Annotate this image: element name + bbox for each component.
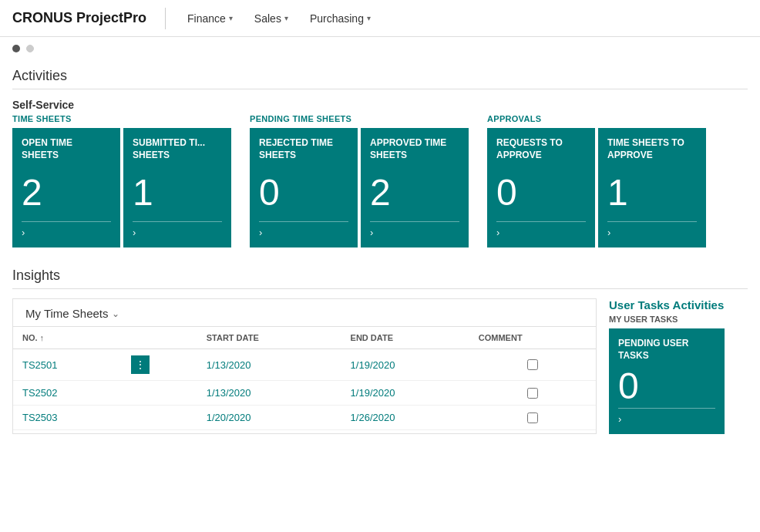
tile-rejected-time-sheets[interactable]: REJECTED TIME SHEETS 0 › (250, 128, 358, 247)
tile-ts-approve-title: TIME SHEETS TO APPROVE (607, 137, 697, 161)
time-sheets-tiles: OPEN TIME SHEETS 2 › SUBMITTED TI... SHE… (12, 128, 231, 247)
tile-open-time-sheets-title: OPEN TIME SHEETS (22, 137, 111, 161)
tile-approved-value: 2 (370, 174, 459, 211)
app-logo: CRONUS ProjectPro (12, 10, 146, 26)
table-row: TS2503 1/20/2020 1/26/2020 (13, 406, 596, 430)
tile-pending-user-tasks-value: 0 (618, 368, 715, 405)
nav-sales-label: Sales (254, 12, 281, 25)
tile-pending-user-tasks[interactable]: PENDING USER TASKS 0 › (609, 328, 725, 434)
group-time-sheets: TIME SHEETS OPEN TIME SHEETS 2 › SUBMITT… (12, 114, 231, 247)
col-no: NO. ↑ (13, 327, 122, 349)
activities-groups: TIME SHEETS OPEN TIME SHEETS 2 › SUBMITT… (12, 114, 748, 247)
tile-open-time-sheets[interactable]: OPEN TIME SHEETS 2 › (12, 128, 120, 247)
tile-pending-user-tasks-arrow: › (618, 408, 715, 425)
tile-requests-title: REQUESTS TO APPROVE (496, 137, 586, 161)
tile-ts-approve-arrow: › (607, 221, 697, 238)
row-end-ts2503: 1/26/2020 (341, 406, 469, 430)
tile-pending-user-tasks-title: PENDING USER TASKS (618, 338, 715, 362)
nav-finance-label: Finance (187, 12, 226, 25)
nav-purchasing-label: Purchasing (310, 12, 364, 25)
insights-title: Insights (12, 260, 748, 289)
tile-rejected-arrow: › (259, 221, 348, 238)
row-start-ts2503: 1/20/2020 (197, 406, 341, 430)
table-row: TS2501 ⋮ 1/13/2020 1/19/2020 (13, 349, 596, 381)
col-action (122, 327, 197, 349)
group-pending-time-sheets: PENDING TIME SHEETS REJECTED TIME SHEETS… (250, 114, 469, 247)
chevron-down-icon: ⌄ (112, 308, 119, 319)
col-end-date: END DATE (341, 327, 469, 349)
tile-rejected-title: REJECTED TIME SHEETS (259, 137, 348, 161)
table-header-row: NO. ↑ START DATE END DATE COMMENT (13, 327, 596, 349)
self-service-label: Self-Service (12, 99, 748, 111)
tile-open-arrow: › (22, 221, 111, 238)
row-end-ts2502: 1/19/2020 (341, 381, 469, 406)
table-row: TS2502 1/13/2020 1/19/2020 (13, 381, 596, 406)
time-sheets-table: NO. ↑ START DATE END DATE COMMENT TS2501… (13, 327, 596, 430)
comment-checkbox-ts2501[interactable] (527, 359, 538, 370)
my-user-tasks-label: MY USER TASKS (609, 315, 748, 324)
tile-rejected-value: 0 (259, 174, 348, 211)
row-start-ts2501: 1/13/2020 (197, 349, 341, 381)
col-start-date: START DATE (197, 327, 341, 349)
tile-approved-title: APPROVED TIME SHEETS (370, 137, 459, 161)
my-time-sheets-card: My Time Sheets ⌄ NO. ↑ START DATE END DA… (12, 298, 597, 434)
tile-requests-to-approve[interactable]: REQUESTS TO APPROVE 0 › (487, 128, 595, 247)
approvals-tiles: REQUESTS TO APPROVE 0 › TIME SHEETS TO A… (487, 128, 706, 247)
tile-submitted-arrow: › (133, 221, 222, 238)
chevron-down-icon: ▾ (229, 14, 233, 22)
group-approvals: APPROVALS REQUESTS TO APPROVE 0 › TIME S… (487, 114, 706, 247)
row-action-ts2503 (122, 406, 197, 430)
nav-sales[interactable]: Sales ▾ (245, 9, 298, 28)
tile-open-time-sheets-value: 2 (22, 174, 111, 211)
group-time-sheets-header: TIME SHEETS (12, 114, 231, 123)
comment-checkbox-ts2502[interactable] (527, 388, 538, 399)
header: CRONUS ProjectPro Finance ▾ Sales ▾ Purc… (0, 0, 760, 37)
comment-checkbox-ts2503[interactable] (527, 412, 538, 423)
insights-layout: My Time Sheets ⌄ NO. ↑ START DATE END DA… (12, 298, 748, 434)
row-comment-ts2501 (469, 349, 596, 381)
row-no-ts2501[interactable]: TS2501 (13, 349, 122, 381)
my-time-sheets-title[interactable]: My Time Sheets ⌄ (25, 307, 583, 326)
tile-ts-approve-value: 1 (607, 174, 697, 211)
activities-section: Activities Self-Service TIME SHEETS OPEN… (0, 60, 760, 247)
row-action-ts2502 (122, 381, 197, 406)
group-approvals-header: APPROVALS (487, 114, 706, 123)
main-nav: Finance ▾ Sales ▾ Purchasing ▾ (178, 9, 380, 28)
chevron-down-icon: ▾ (367, 14, 371, 22)
row-end-ts2501: 1/19/2020 (341, 349, 469, 381)
tile-requests-arrow: › (496, 221, 586, 238)
table-card-header: My Time Sheets ⌄ (13, 299, 596, 327)
row-comment-ts2502 (469, 381, 596, 406)
nav-finance[interactable]: Finance ▾ (178, 9, 242, 28)
nav-purchasing[interactable]: Purchasing ▾ (301, 9, 380, 28)
page-indicators (0, 37, 760, 60)
chevron-down-icon: ▾ (284, 14, 288, 22)
activities-title: Activities (12, 60, 748, 89)
tile-submitted-value: 1 (133, 174, 222, 211)
tile-time-sheets-to-approve[interactable]: TIME SHEETS TO APPROVE 1 › (598, 128, 706, 247)
tile-requests-value: 0 (496, 174, 586, 211)
user-tasks-sidebar: User Tasks Activities MY USER TASKS PEND… (609, 298, 748, 434)
group-pending-header: PENDING TIME SHEETS (250, 114, 469, 123)
row-comment-ts2503 (469, 406, 596, 430)
insights-section: Insights My Time Sheets ⌄ NO. ↑ START DA… (0, 260, 760, 434)
my-time-sheets-label: My Time Sheets (25, 307, 109, 320)
tile-submitted-time-sheets[interactable]: SUBMITTED TI... SHEETS 1 › (123, 128, 231, 247)
tile-submitted-title: SUBMITTED TI... SHEETS (133, 137, 222, 161)
tile-approved-time-sheets[interactable]: APPROVED TIME SHEETS 2 › (361, 128, 469, 247)
page-dot-1[interactable] (12, 45, 20, 52)
header-divider (165, 8, 166, 29)
row-start-ts2502: 1/13/2020 (197, 381, 341, 406)
action-button-ts2501[interactable]: ⋮ (131, 355, 150, 374)
row-no-ts2503[interactable]: TS2503 (13, 406, 122, 430)
row-no-ts2502[interactable]: TS2502 (13, 381, 122, 406)
pending-tiles: REJECTED TIME SHEETS 0 › APPROVED TIME S… (250, 128, 469, 247)
user-tasks-title: User Tasks Activities (609, 298, 748, 311)
page-dot-2[interactable] (26, 45, 34, 52)
col-comment: COMMENT (469, 327, 596, 349)
tile-approved-arrow: › (370, 221, 459, 238)
row-action-ts2501: ⋮ (122, 349, 197, 381)
